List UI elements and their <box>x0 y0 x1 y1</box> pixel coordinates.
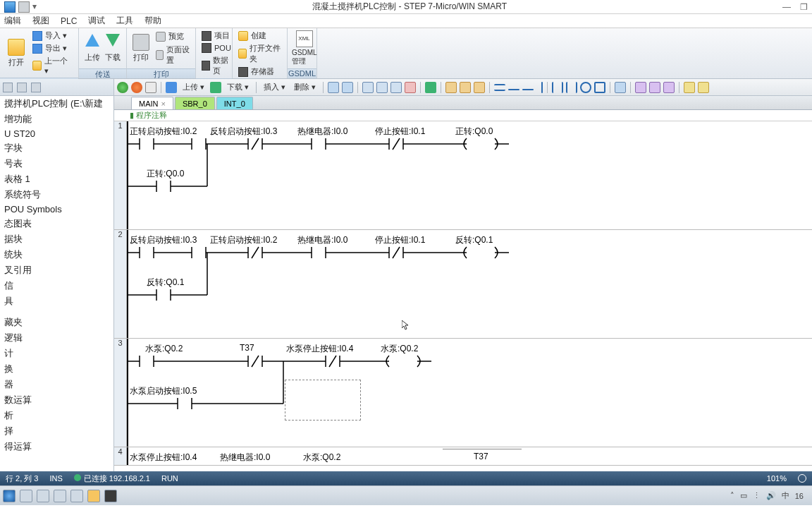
tree-item[interactable]: 择 <box>0 423 113 439</box>
tray-battery-icon[interactable]: ▭ <box>740 491 747 500</box>
tb-icon[interactable] <box>376 82 388 93</box>
menu-help[interactable]: 帮助 <box>144 15 161 27</box>
tb-icon[interactable] <box>328 82 339 93</box>
tree-item[interactable]: 逻辑 <box>0 330 113 346</box>
sidebar-icon-2[interactable] <box>17 83 27 92</box>
project-tree[interactable]: 搅拌机PLC控制 (E:\新建 增功能 U ST20 字块 号表 表格 1 系统… <box>0 96 113 471</box>
export-button[interactable]: 导出 ▾ <box>31 42 74 54</box>
sidebar-icon-1[interactable] <box>3 83 13 92</box>
coil-icon[interactable] <box>580 82 591 93</box>
gsdml-button[interactable]: XMLGSDML 管理 <box>292 30 316 66</box>
tree-item[interactable]: 换 <box>0 361 113 377</box>
taskbar-app-icon[interactable] <box>70 490 83 502</box>
run-icon[interactable] <box>117 82 128 93</box>
compile-icon[interactable] <box>145 82 156 93</box>
line-down-icon[interactable] <box>541 82 543 93</box>
tree-item[interactable]: 统块 <box>0 247 113 262</box>
menu-tools[interactable]: 工具 <box>116 15 133 27</box>
page-setup-button[interactable]: 页面设置 <box>154 44 191 66</box>
save-icon[interactable] <box>4 1 16 13</box>
tb-icon[interactable] <box>425 82 436 93</box>
download-arrow-icon[interactable] <box>210 82 221 93</box>
tree-item[interactable]: 器 <box>0 377 113 392</box>
tree-item[interactable]: U ST20 <box>0 127 113 140</box>
tab-main[interactable]: MAIN × <box>131 97 173 109</box>
tray-chevron-icon[interactable]: ˄ <box>730 491 734 500</box>
import-button[interactable]: 导入 ▾ <box>31 30 74 42</box>
tree-item[interactable]: 数运算 <box>0 392 113 408</box>
delete-dropdown[interactable]: 删除 ▾ <box>291 82 319 92</box>
tb-icon[interactable] <box>390 82 402 93</box>
tab-sbr0[interactable]: SBR_0 <box>175 97 215 109</box>
download-button[interactable]: 下载 <box>104 34 123 63</box>
pou-button[interactable]: POU <box>200 42 233 54</box>
taskbar-app-icon[interactable] <box>3 490 16 502</box>
tree-item[interactable]: 据块 <box>0 231 113 247</box>
tree-item[interactable]: 叉引用 <box>0 262 113 278</box>
tb-icon[interactable] <box>445 82 457 93</box>
rung-2[interactable]: 2 <box>114 230 812 339</box>
datapage-button[interactable]: 数据页 <box>200 54 233 77</box>
tray-ime[interactable]: 中 <box>782 490 789 501</box>
tree-item[interactable]: 增功能 <box>0 111 113 127</box>
tree-item[interactable]: 态图表 <box>0 216 113 231</box>
tree-item[interactable]: POU Symbols <box>0 202 113 216</box>
minimize-button[interactable]: — <box>778 2 795 12</box>
rung-3[interactable]: 3 <box>114 339 812 447</box>
memory-button[interactable]: 存储器 <box>237 66 283 78</box>
upload-dropdown[interactable]: 上传 ▾ <box>180 82 207 92</box>
contact-icon[interactable] <box>494 84 505 91</box>
tb-icon[interactable] <box>698 82 709 93</box>
tree-item[interactable]: 表格 1 <box>0 171 113 187</box>
tray-volume-icon[interactable]: 🔊 <box>766 491 776 500</box>
tree-item[interactable]: 计 <box>0 346 113 361</box>
no-contact-icon[interactable] <box>552 82 563 93</box>
insert-dropdown[interactable]: 插入 ▾ <box>261 82 288 92</box>
rung-4[interactable]: 4 水泵停止按钮:I0.4 热继电器:I0.0 水泵:Q0.2 T37 <box>114 447 812 466</box>
upload-button[interactable]: 上传 <box>83 34 102 63</box>
program-comment-row[interactable]: ▮ 程序注释 <box>114 110 812 121</box>
tb-icon[interactable] <box>663 82 675 93</box>
taskbar-app-icon[interactable] <box>87 490 100 502</box>
line-left-icon[interactable] <box>522 89 534 90</box>
upload-arrow-icon[interactable] <box>166 82 177 93</box>
menu-edit[interactable]: 编辑 <box>4 15 21 27</box>
tree-item[interactable]: 系统符号 <box>0 187 113 202</box>
tree-item[interactable]: 号表 <box>0 156 113 171</box>
tb-icon[interactable] <box>362 82 374 93</box>
tab-int0[interactable]: INT_0 <box>216 97 253 109</box>
tb-icon[interactable] <box>405 82 416 93</box>
tb-icon[interactable] <box>342 82 353 93</box>
tray-clock[interactable]: 16 <box>795 492 804 500</box>
print-icon[interactable] <box>18 1 30 13</box>
menu-debug[interactable]: 调试 <box>88 15 105 27</box>
zoom-slider-icon[interactable] <box>798 474 806 483</box>
open-button[interactable]: 打开 <box>4 39 28 68</box>
tb-icon[interactable] <box>460 82 471 93</box>
status-zoom[interactable]: 101% <box>767 474 787 483</box>
nc-contact-icon[interactable] <box>566 82 577 93</box>
close-icon[interactable]: × <box>161 99 166 108</box>
tb-icon[interactable] <box>635 82 646 93</box>
tree-item[interactable]: 字块 <box>0 140 113 156</box>
tb-icon[interactable] <box>684 82 695 93</box>
ladder-editor[interactable]: 1 <box>114 121 812 471</box>
tree-item[interactable]: 析 <box>0 408 113 423</box>
tb-icon[interactable] <box>615 82 626 93</box>
tray-wifi-icon[interactable]: ⋮ <box>753 491 761 500</box>
tree-item[interactable]: 信 <box>0 278 113 294</box>
open-lib-button[interactable]: 打开文件夹 <box>237 42 283 65</box>
taskbar-app-icon[interactable] <box>20 490 32 502</box>
prev-button[interactable]: 上一个 ▾ <box>31 55 74 76</box>
create-lib-button[interactable]: 创建 <box>237 30 283 42</box>
taskbar-app-icon[interactable] <box>54 490 66 502</box>
qat-dropdown-icon[interactable]: ▾ <box>32 1 37 13</box>
menu-view[interactable]: 视图 <box>32 15 49 27</box>
tree-item[interactable]: 具 <box>0 294 113 309</box>
maximize-button[interactable]: ❐ <box>795 2 812 12</box>
line-right-icon[interactable] <box>508 89 519 90</box>
box-icon[interactable] <box>594 82 605 93</box>
tree-item[interactable]: 得运算 <box>0 439 113 454</box>
tb-icon[interactable] <box>474 82 485 93</box>
menu-plc[interactable]: PLC <box>61 16 77 26</box>
